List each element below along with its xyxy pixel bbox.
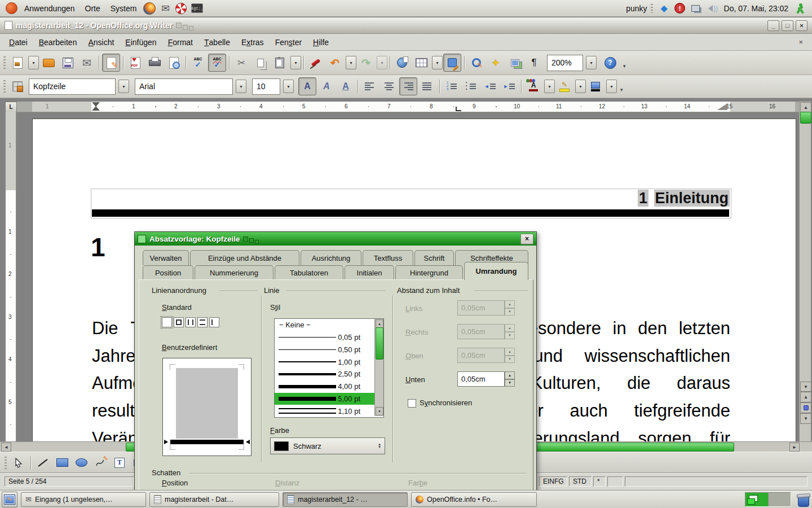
line-color-dropdown[interactable]: Schwarz ▲▼: [270, 437, 385, 454]
undo-dropdown[interactable]: ▾: [346, 56, 356, 69]
tab-hintergrund[interactable]: Hintergrund: [395, 265, 463, 280]
panel-grip[interactable]: [651, 4, 653, 13]
insert-mode-indicator[interactable]: EINFG: [539, 476, 567, 487]
toolbar-handle[interactable]: [3, 56, 6, 69]
previous-page-button[interactable]: ▲: [800, 392, 811, 402]
border-preset-left[interactable]: [209, 317, 219, 327]
menu-system[interactable]: System: [105, 0, 142, 17]
zoom-dropdown[interactable]: ▾: [586, 56, 597, 69]
tab-initialen[interactable]: Initialen: [345, 265, 394, 280]
rectangle-tool-button[interactable]: [53, 454, 71, 472]
show-draw-functions-button[interactable]: [443, 54, 461, 72]
menu-ansicht[interactable]: Ansicht: [82, 34, 120, 51]
redo-button[interactable]: ↷: [357, 54, 375, 72]
toolbar-overflow-icon[interactable]: ▾: [620, 87, 623, 93]
right-indent-marker[interactable]: [717, 103, 727, 110]
undo-button[interactable]: ↶: [326, 54, 344, 72]
text-box-tool-button[interactable]: T: [111, 454, 129, 472]
align-left-button[interactable]: [361, 77, 379, 95]
vertical-scrollbar[interactable]: ▲ ▼ ▲ ▼: [799, 102, 811, 441]
menu-bearbeiten[interactable]: Bearbeiten: [33, 34, 83, 51]
highlighting-button[interactable]: ✎: [555, 77, 573, 95]
preview-bottom-border[interactable]: [170, 440, 244, 444]
horizontal-ruler[interactable]: 1 1 2 3 4 5 6 7 8 9 10 11 12 13 14 15 16: [17, 102, 800, 112]
underline-button[interactable]: A: [337, 77, 355, 95]
line-tool-button[interactable]: [34, 454, 52, 472]
scroll-down-button[interactable]: ▼: [800, 382, 811, 392]
clock[interactable]: Do, 07. Mai, 23:02: [724, 4, 788, 13]
close-button[interactable]: ×: [796, 20, 807, 31]
taskbar-item-openoffice-info[interactable]: OpenOffice.info • Fo…: [411, 492, 537, 507]
mail-launcher-icon[interactable]: ✉: [158, 2, 172, 15]
insert-table-dropdown[interactable]: ▾: [432, 56, 443, 69]
vertical-scroll-thumb[interactable]: [800, 112, 811, 124]
body-text-line[interactable]: Kulturen, die daraus: [531, 373, 730, 393]
toolbar-overflow-icon[interactable]: ▾: [623, 63, 626, 69]
zoom-combobox[interactable]: 200%: [547, 55, 583, 71]
menu-fenster[interactable]: Fenster: [270, 34, 307, 51]
vertical-ruler[interactable]: 1 1 2 3 4 5: [6, 112, 16, 441]
menu-hilfe[interactable]: Hilfe: [307, 34, 334, 51]
font-name-value[interactable]: Arial: [135, 82, 232, 91]
help-button[interactable]: ?: [601, 54, 619, 72]
font-color-button[interactable]: A: [524, 77, 542, 95]
listbox-scroll-down[interactable]: ▼: [376, 407, 383, 415]
navigator-button[interactable]: ✦: [487, 54, 505, 72]
tab-verwalten[interactable]: Verwalten: [143, 250, 189, 265]
ellipse-tool-button[interactable]: [72, 454, 90, 472]
auto-spellcheck-button[interactable]: ABC ✓: [208, 54, 226, 72]
menu-format[interactable]: Format: [162, 34, 198, 51]
align-right-button[interactable]: [399, 77, 417, 95]
tab-umrandung[interactable]: Umrandung: [464, 262, 528, 280]
line-style-item[interactable]: 0,05 pt: [275, 331, 375, 344]
menu-datei[interactable]: Datei: [3, 34, 33, 51]
line-style-item[interactable]: − Keine −: [275, 319, 375, 331]
border-preset-top-bottom[interactable]: [197, 317, 208, 327]
numbered-list-button[interactable]: 123: [443, 77, 461, 95]
user-switcher-icon[interactable]: [794, 2, 807, 15]
header-text[interactable]: 1 Einleitung: [638, 190, 730, 207]
export-pdf-button[interactable]: PDF: [126, 54, 144, 72]
zoom-value[interactable]: 200%: [548, 58, 582, 67]
font-name-combobox[interactable]: Arial: [135, 78, 233, 95]
justify-button[interactable]: [418, 77, 436, 95]
italic-button[interactable]: A: [317, 77, 336, 95]
tab-stop-marker[interactable]: [456, 107, 461, 111]
font-name-dropdown[interactable]: ▾: [236, 80, 246, 93]
ubuntu-logo-icon[interactable]: [5, 2, 18, 15]
email-button[interactable]: ✉: [78, 54, 96, 72]
edit-file-button[interactable]: ✎: [102, 54, 120, 72]
maximize-button[interactable]: □: [782, 20, 793, 31]
new-document-button[interactable]: [8, 54, 27, 72]
indent-marker[interactable]: [92, 102, 100, 111]
page-preview-button[interactable]: [165, 54, 183, 72]
tab-schrift[interactable]: Schrift: [414, 250, 454, 265]
line-style-item[interactable]: 1,10 pt: [275, 405, 375, 417]
tab-tabulatoren[interactable]: Tabulatoren: [275, 265, 343, 280]
username[interactable]: punky: [626, 4, 647, 13]
dialog-close-button[interactable]: ×: [520, 234, 533, 244]
border-preset-left-right[interactable]: [186, 317, 196, 327]
format-paintbrush-button[interactable]: [307, 54, 325, 72]
trash-icon[interactable]: [796, 492, 810, 507]
line-style-item[interactable]: 4,00 pt: [275, 380, 375, 393]
close-document-icon[interactable]: ×: [798, 38, 809, 46]
paragraph-style-dropdown[interactable]: ▾: [118, 80, 129, 93]
align-center-button[interactable]: [380, 77, 398, 95]
header-chapter-number[interactable]: 1: [638, 190, 648, 207]
tab-einzuege-und-abstaende[interactable]: Einzüge und Abstände: [190, 250, 299, 265]
window-titlebar[interactable]: magisterarbeit_12 - OpenOffice.org Write…: [0, 17, 812, 34]
unten-spinner[interactable]: ▲▼: [505, 371, 515, 387]
paragraph-style-combobox[interactable]: Kopfzeile: [29, 78, 116, 95]
body-text-line[interactable]: besondere in den letzten: [518, 318, 730, 339]
page-indicator[interactable]: Seite 5 / 254: [5, 476, 134, 487]
header-chapter-title[interactable]: Einleitung: [654, 190, 730, 207]
dialog-titlebar[interactable]: Absatzvorlage: Kopfzeile ×: [135, 232, 536, 246]
network-tray-icon[interactable]: [689, 2, 703, 15]
line-style-listbox[interactable]: − Keine − 0,05 pt 0,50 pt 1,00 pt 2,50 p…: [274, 318, 384, 418]
volume-tray-icon[interactable]: )): [705, 2, 718, 15]
scroll-right-button[interactable]: ►: [789, 443, 800, 452]
listbox-scroll-thumb[interactable]: [376, 327, 383, 360]
help-launcher-icon[interactable]: [174, 2, 188, 15]
line-style-item[interactable]: 0,50 pt: [275, 344, 375, 356]
